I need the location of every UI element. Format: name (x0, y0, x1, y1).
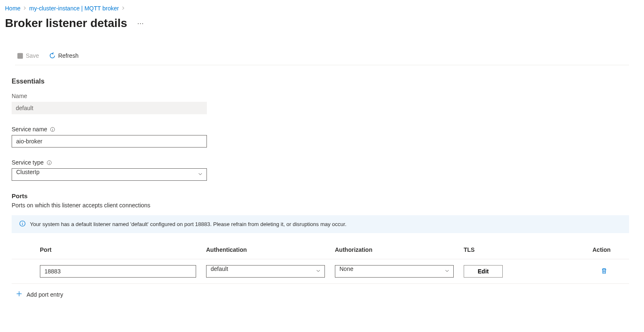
trash-icon (601, 269, 607, 275)
breadcrumb-home[interactable]: Home (5, 5, 20, 12)
column-port: Port (40, 246, 206, 253)
tls-edit-button[interactable]: Edit (464, 265, 503, 278)
column-authorization: Authorization (335, 246, 464, 253)
service-name-label-text: Service name (12, 126, 47, 133)
chevron-right-icon (23, 6, 27, 11)
add-port-entry-button[interactable]: Add port entry (12, 284, 629, 298)
breadcrumb: Home my-cluster-instance | MQTT broker (5, 5, 639, 12)
info-icon (19, 220, 26, 228)
name-field: default (12, 102, 207, 114)
more-actions-button[interactable]: ⋯ (135, 18, 146, 29)
service-type-label: Service type (12, 159, 629, 166)
ports-table: Port Authentication Authorization TLS Ac… (12, 241, 629, 284)
info-icon[interactable] (50, 126, 56, 132)
save-icon (17, 52, 23, 59)
save-button: Save (15, 51, 41, 61)
plus-icon (16, 290, 22, 298)
ellipsis-icon: ⋯ (137, 20, 144, 27)
refresh-button[interactable]: Refresh (47, 51, 80, 61)
svg-point-8 (49, 161, 49, 162)
name-label: Name (12, 93, 629, 99)
service-type-label-text: Service type (12, 159, 44, 166)
authorization-select[interactable]: None (335, 265, 454, 278)
save-label: Save (26, 52, 39, 59)
ports-title: Ports (12, 192, 629, 199)
column-authentication: Authentication (206, 246, 335, 253)
toolbar: Save Refresh (15, 51, 629, 65)
add-port-entry-label: Add port entry (27, 291, 63, 298)
column-action: Action (592, 246, 631, 253)
table-header-row: Port Authentication Authorization TLS Ac… (12, 241, 629, 259)
service-type-select[interactable]: ClusterIp (12, 168, 207, 181)
refresh-label: Refresh (58, 52, 79, 59)
chevron-right-icon (121, 6, 125, 11)
port-input[interactable] (40, 265, 196, 278)
refresh-icon (49, 52, 56, 59)
delete-row-button[interactable] (599, 266, 609, 277)
table-row: default None Edit (12, 259, 629, 284)
svg-point-11 (22, 222, 22, 222)
ports-description: Ports on which this listener accepts cli… (12, 202, 629, 209)
info-banner-text: Your system has a default listener named… (30, 221, 347, 227)
essentials-title: Essentials (12, 78, 629, 85)
service-name-input[interactable] (12, 135, 207, 148)
service-name-label: Service name (12, 126, 629, 133)
breadcrumb-mqtt-broker[interactable]: my-cluster-instance | MQTT broker (29, 5, 119, 12)
column-tls: TLS (464, 246, 592, 253)
page-header: Broker listener details ⋯ (5, 17, 639, 30)
info-icon[interactable] (46, 160, 52, 165)
svg-point-5 (52, 128, 53, 128)
info-banner: Your system has a default listener named… (12, 215, 629, 233)
authentication-select[interactable]: default (206, 265, 325, 278)
page-title: Broker listener details (5, 17, 127, 30)
